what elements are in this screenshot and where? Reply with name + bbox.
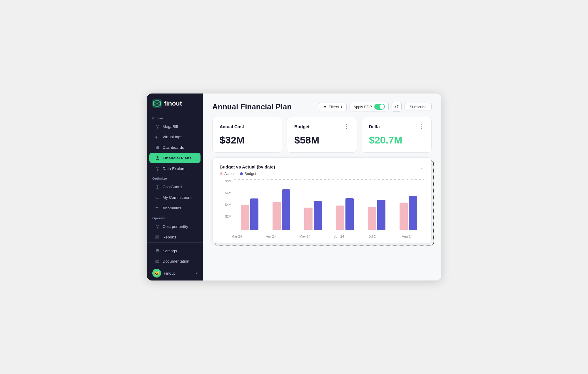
bar-group [392, 196, 424, 230]
sidebar-item-label: Cost per entity [163, 224, 188, 229]
card-header: Budget ⋮ [294, 123, 350, 130]
card-menu-icon[interactable]: ⋮ [269, 123, 275, 130]
card-title: Actual Cost [220, 124, 244, 129]
legend-budget-label: Budget [245, 172, 256, 176]
sidebar-item-financial-plans[interactable]: ◷ Financial Plans [149, 153, 201, 163]
actual-cost-card: Actual Cost ⋮ $32M [212, 117, 282, 153]
bar-group [329, 198, 361, 230]
legend-actual: Actual [220, 172, 235, 176]
sidebar-item-reports[interactable]: ▤ Reports [149, 232, 201, 242]
user-profile[interactable]: 🐱 Finout ▾ [147, 266, 203, 280]
card-menu-icon[interactable]: ⋮ [419, 123, 424, 130]
anomalies-icon: 〜 [155, 205, 160, 211]
section-operate-label: Operate [147, 213, 203, 221]
legend-actual-label: Actual [224, 172, 235, 176]
sidebar-item-cost-per-entity[interactable]: ◎ Cost per entity [149, 221, 201, 231]
actual-dot [220, 172, 223, 175]
chart-title: Budget vs Actual (by date) [220, 164, 275, 169]
avatar: 🐱 [152, 269, 161, 278]
bar-group [265, 189, 297, 230]
card-value: $32M [220, 134, 275, 146]
filter-button[interactable]: ▼ Filters ▾ [319, 103, 347, 111]
sidebar-item-data-explorer[interactable]: ◎ Data Explorer [149, 163, 201, 173]
sidebar-item-virtual-tags[interactable]: 🏷 Virtual tags [149, 132, 201, 142]
user-name: Finout [164, 271, 175, 276]
chart-legend: Actual Budget [220, 172, 424, 176]
sidebar-item-anomalies[interactable]: 〜 Anomalies [149, 203, 201, 213]
data-explorer-icon: ◎ [155, 166, 160, 171]
budget-card: Budget ⋮ $58M [287, 117, 357, 153]
sidebar-item-label: Documentation [163, 259, 189, 263]
budget-bar [314, 201, 322, 230]
header-actions: ▼ Filters ▾ Apply EDP ↺ Subscribe [319, 102, 432, 112]
actual-bar [241, 205, 249, 230]
bar-group [234, 198, 265, 230]
budget-vs-actual-chart: Budget vs Actual (by date) ⋮ Actual Budg… [212, 157, 432, 244]
x-axis-label: Aug 24 [390, 235, 424, 238]
sidebar-item-label: Financial Plans [163, 156, 191, 160]
financial-plans-icon: ◷ [155, 155, 160, 161]
refresh-icon: ↺ [395, 104, 399, 110]
megabill-icon: ◎ [155, 124, 160, 129]
apply-edp-control: Apply EDP [350, 102, 389, 111]
tag-icon: 🏷 [155, 134, 160, 139]
sidebar-item-label: Settings [163, 249, 177, 253]
x-axis-label: Jun 24 [322, 235, 356, 238]
settings-icon: ⚙ [155, 248, 160, 253]
actual-bar [304, 208, 313, 230]
section-inform-label: Inform [147, 113, 203, 121]
actual-bar [400, 203, 408, 230]
budget-bar [345, 198, 354, 230]
actual-bar [336, 206, 344, 230]
actual-bar [368, 207, 376, 230]
chart-menu-icon[interactable]: ⋮ [419, 163, 424, 170]
card-value: $58M [294, 134, 350, 146]
card-header: Actual Cost ⋮ [220, 123, 275, 130]
card-header: Delta ⋮ [369, 123, 424, 130]
bars-container [234, 179, 424, 230]
y-axis-label: $2M [225, 215, 231, 218]
budget-bar [282, 189, 290, 230]
bar-chart: $8M$6M$4M$2M0 Mar 24Apr 24May 24Jun 24Ju… [220, 179, 424, 238]
sidebar: finout Inform ◎ MegaBill 🏷 Virtual tags … [147, 94, 203, 280]
main-header: Annual Financial Plan ▼ Filters ▾ Apply … [212, 102, 432, 112]
cost-per-entity-icon: ◎ [155, 224, 160, 229]
logo-icon [152, 99, 162, 108]
sidebar-item-label: Virtual tags [163, 135, 182, 139]
x-axis-label: May 24 [288, 235, 322, 238]
x-axis-label: Mar 24 [220, 235, 254, 238]
sidebar-item-label: CostGuard [163, 185, 182, 189]
docs-icon: ▤ [155, 258, 160, 264]
bar-group [297, 201, 329, 230]
chevron-down-icon: ▾ [341, 105, 342, 108]
logo: finout [147, 99, 203, 113]
x-axis-label: Jul 24 [356, 235, 390, 238]
sidebar-item-dashboards[interactable]: ⊞ Dashboards [149, 142, 201, 152]
card-menu-icon[interactable]: ⋮ [344, 123, 350, 130]
chevron-down-icon: ▾ [196, 271, 198, 275]
chart-header: Budget vs Actual (by date) ⋮ [220, 163, 424, 170]
sidebar-item-label: Reports [163, 235, 176, 239]
delta-card: Delta ⋮ $20.7M [362, 117, 432, 153]
reports-icon: ▤ [155, 234, 160, 240]
sidebar-item-documentation[interactable]: ▤ Documentation [149, 256, 201, 266]
app-wrapper: finout Inform ◎ MegaBill 🏷 Virtual tags … [147, 94, 441, 280]
sidebar-item-my-commitment[interactable]: ▭ My Commitment [149, 192, 201, 202]
subscribe-button[interactable]: Subscribe [405, 103, 432, 111]
sidebar-item-label: Anomalies [163, 206, 181, 210]
chart-area [234, 179, 424, 230]
budget-dot [240, 172, 243, 175]
commitment-icon: ▭ [155, 195, 160, 200]
y-axis-label: $6M [225, 191, 231, 195]
refresh-button[interactable]: ↺ [392, 102, 402, 112]
card-value: $20.7M [369, 134, 424, 146]
actual-bar [273, 202, 281, 230]
x-axis-label: Apr 24 [254, 235, 288, 238]
sidebar-item-costguard[interactable]: ◎ CostGuard [149, 182, 201, 192]
budget-bar [409, 196, 417, 230]
y-axis-label: 0 [230, 226, 231, 230]
budget-bar [377, 200, 385, 230]
edp-toggle[interactable] [374, 104, 385, 110]
sidebar-item-settings[interactable]: ⚙ Settings [149, 246, 201, 256]
sidebar-item-megabill[interactable]: ◎ MegaBill [149, 121, 201, 131]
